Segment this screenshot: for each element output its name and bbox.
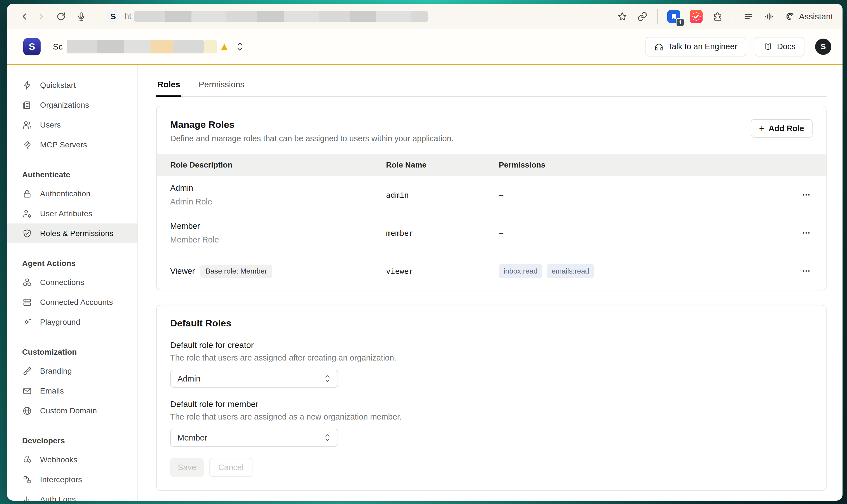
toolbar-divider-2 — [733, 9, 733, 24]
sidebar-item-quickstart[interactable]: Quickstart — [7, 75, 137, 95]
audio-waveform-icon[interactable] — [764, 11, 775, 22]
member-role-label: Default role for member — [170, 399, 813, 409]
url-text[interactable]: ht — [124, 12, 131, 21]
assistant-label: Assistant — [799, 12, 833, 21]
sidebar-item-branding[interactable]: Branding — [7, 361, 137, 381]
sidebar-item-users[interactable]: Users — [7, 115, 137, 135]
sidebar: Quickstart Organizations Users MCP Serve… — [7, 65, 138, 501]
toolbar-divider — [657, 9, 658, 24]
role-permissions: – — [485, 191, 773, 200]
app-logo: S — [23, 38, 40, 55]
docs-button[interactable]: Docs — [755, 37, 805, 56]
base-role-badge: Base role: Member — [201, 265, 272, 278]
redacted-url — [134, 11, 428, 22]
sidebar-item-playground[interactable]: Playground — [7, 312, 137, 332]
extension-red-icon[interactable] — [690, 10, 703, 23]
role-title: Member — [170, 221, 373, 231]
save-button[interactable]: Save — [170, 458, 204, 477]
manage-roles-title: Manage Roles — [170, 119, 453, 130]
row-actions-button[interactable] — [796, 264, 816, 278]
main-content: Roles Permissions Manage Roles Define an… — [138, 65, 843, 501]
extensions-puzzle-icon[interactable] — [712, 11, 723, 22]
role-name-code: viewer — [373, 267, 485, 275]
bookmark-star-icon[interactable] — [617, 11, 627, 22]
users-icon — [22, 120, 32, 130]
ellipsis-icon — [801, 266, 811, 276]
user-avatar[interactable]: S — [815, 39, 831, 55]
plus-icon: + — [759, 123, 765, 133]
sidebar-section-agent-actions: Agent Actions — [7, 254, 137, 272]
row-actions-button[interactable] — [796, 187, 816, 202]
book-open-icon — [764, 42, 773, 51]
forward-icon — [36, 12, 46, 21]
reader-mode-icon[interactable] — [743, 11, 754, 22]
site-favicon: S — [107, 10, 120, 23]
sidebar-section-authenticate: Authenticate — [7, 166, 137, 184]
share-link-icon[interactable] — [637, 11, 648, 22]
zap-icon — [22, 80, 32, 90]
bar-chart-icon — [22, 494, 32, 501]
table-row-member: Member Member Role member – — [157, 214, 826, 252]
sidebar-item-authentication[interactable]: Authentication — [7, 184, 137, 204]
sidebar-item-roles-permissions[interactable]: Roles & Permissions — [7, 223, 137, 243]
ellipsis-icon — [801, 190, 811, 200]
sidebar-item-organizations[interactable]: Organizations — [7, 95, 137, 115]
voice-search-button[interactable] — [73, 8, 89, 24]
permission-badge: emails:read — [547, 264, 594, 278]
tab-permissions[interactable]: Permissions — [197, 80, 245, 96]
creator-role-description: The role that users are assigned after c… — [170, 353, 813, 362]
table-row-admin: Admin Admin Role admin – — [157, 176, 826, 214]
talk-to-engineer-label: Talk to an Engineer — [668, 42, 737, 51]
talk-to-engineer-button[interactable]: Talk to an Engineer — [645, 37, 746, 56]
cancel-button[interactable]: Cancel — [209, 458, 253, 477]
boxes-icon — [22, 277, 32, 288]
creator-role-select[interactable]: Admin — [170, 370, 338, 388]
role-title: Viewer — [170, 267, 195, 276]
roles-table-header: Role Description Role Name Permissions — [157, 155, 826, 176]
mail-icon — [22, 386, 32, 396]
forward-button[interactable] — [33, 8, 49, 24]
sidebar-item-connections[interactable]: Connections — [7, 272, 137, 292]
role-subtitle: Member Role — [170, 235, 373, 245]
tab-bar: Roles Permissions — [156, 65, 827, 97]
manage-roles-card: Manage Roles Define and manage roles tha… — [156, 106, 827, 290]
assistant-button[interactable]: Assistant — [784, 11, 833, 22]
member-role-value: Member — [177, 433, 207, 443]
manage-roles-description: Define and manage roles that can be assi… — [170, 134, 453, 143]
add-role-button[interactable]: + Add Role — [751, 119, 813, 138]
microphone-icon — [76, 12, 86, 21]
tab-roles[interactable]: Roles — [156, 80, 182, 97]
sidebar-section-customization: Customization — [7, 343, 137, 361]
sidebar-item-webhooks[interactable]: Webhooks — [7, 450, 137, 470]
default-roles-title: Default Roles — [170, 318, 813, 329]
sidebar-item-interceptors[interactable]: Interceptors — [7, 470, 137, 489]
extension-blue-icon[interactable]: 1 — [667, 10, 680, 23]
role-permissions: – — [485, 229, 773, 238]
stacked-rows-icon — [22, 297, 32, 307]
creator-role-value: Admin — [177, 374, 201, 383]
sidebar-item-auth-logs[interactable]: Auth Logs — [7, 489, 137, 501]
role-title: Admin — [170, 183, 373, 193]
globe-icon — [22, 406, 32, 416]
back-button[interactable] — [17, 8, 33, 24]
creator-role-label: Default role for creator — [170, 340, 813, 350]
sparkles-icon — [22, 317, 32, 327]
reload-button[interactable] — [53, 8, 69, 24]
sidebar-item-connected-accounts[interactable]: Connected Accounts — [7, 292, 137, 312]
sidebar-item-mcp-servers[interactable]: MCP Servers — [7, 135, 137, 155]
role-subtitle: Admin Role — [170, 197, 373, 206]
row-actions-button[interactable] — [796, 226, 816, 240]
sidebar-item-custom-domain[interactable]: Custom Domain — [7, 401, 137, 421]
back-icon — [20, 12, 29, 21]
interceptor-icon — [22, 475, 32, 485]
member-role-select[interactable]: Member — [170, 429, 338, 447]
permission-badge: inbox:read — [499, 264, 542, 278]
docs-label: Docs — [777, 42, 795, 51]
workspace-name: Sc — [53, 42, 63, 52]
shield-check-icon — [22, 229, 32, 238]
sidebar-item-user-attributes[interactable]: User Attributes — [7, 204, 137, 223]
sidebar-item-emails[interactable]: Emails — [7, 381, 137, 401]
user-gear-icon — [22, 209, 32, 219]
workspace-switcher[interactable]: Sc — [53, 40, 244, 53]
role-name-code: admin — [373, 191, 485, 199]
